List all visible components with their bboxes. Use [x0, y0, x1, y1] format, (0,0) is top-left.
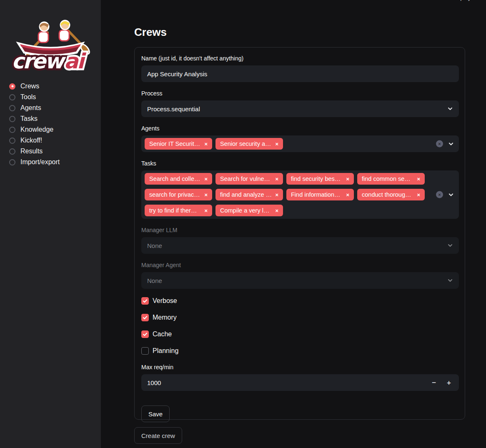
max-req-field-group: Max req/min 1000 − + [141, 364, 458, 391]
manager-agent-label: Manager Agent [141, 262, 458, 268]
tag-remove-icon[interactable]: × [275, 208, 278, 214]
checkbox-label: Cache [153, 330, 172, 338]
tag-remove-icon[interactable]: × [346, 176, 349, 182]
sidebar-item-import-export[interactable]: Import/export [9, 158, 93, 166]
chevron-down-icon[interactable] [448, 141, 454, 147]
manager-agent-select-value: None [147, 277, 162, 284]
agents-multiselect[interactable]: Senior IT Securit…×Senior security a…× × [141, 135, 459, 152]
radio-icon [9, 148, 15, 155]
main-content: Crews Name (just id, it doesn't affect a… [101, 0, 486, 448]
sidebar-item-label: Import/export [20, 158, 60, 166]
checkbox-unchecked-icon [141, 347, 149, 355]
process-select-value: Process.sequential [147, 105, 200, 113]
radio-selected-icon [9, 83, 15, 90]
tag-remove-icon[interactable]: × [275, 176, 278, 182]
agents-label: Agents [141, 125, 458, 132]
tag-remove-icon[interactable]: × [204, 176, 208, 182]
sidebar-item-knowledge[interactable]: Knowledge [9, 126, 93, 133]
selected-option-tag: conduct thoroug…× [357, 189, 425, 200]
tag-remove-icon[interactable]: × [204, 208, 208, 214]
checkbox-checked-icon [141, 297, 149, 305]
tag-remove-icon[interactable]: × [346, 192, 349, 198]
sidebar-item-label: Tools [20, 93, 36, 101]
tag-remove-icon[interactable]: × [275, 141, 278, 147]
sidebar-item-label: Kickoff! [20, 137, 42, 144]
increment-button[interactable]: + [445, 379, 453, 386]
checkbox-label: Planning [153, 347, 178, 355]
checkbox-checked-icon [141, 314, 149, 321]
sidebar-item-results[interactable]: Results [9, 148, 93, 155]
radio-icon [9, 138, 15, 144]
checkbox-label: Memory [153, 314, 177, 321]
name-label: Name (just id, it doesn't affect anythin… [141, 55, 458, 62]
page-title: Crews [134, 26, 167, 39]
tag-remove-icon[interactable]: × [417, 176, 420, 182]
selected-option-tag: find security bes…× [286, 173, 354, 185]
sidebar-item-agents[interactable]: Agents [9, 104, 93, 112]
radio-icon [9, 127, 15, 133]
tasks-tag-list: Search and colle…×Search for vulne…×find… [145, 173, 430, 216]
tag-remove-icon[interactable]: × [417, 192, 420, 198]
crew-form-card: Name (just id, it doesn't affect anythin… [134, 47, 465, 420]
selected-option-tag: try to find if ther…× [145, 205, 212, 216]
checkbox-checked-icon [141, 330, 149, 338]
sidebar-item-crews[interactable]: Crews [9, 83, 93, 90]
tasks-field-group: Tasks Search and colle…×Search for vulne… [141, 160, 458, 219]
number-stepper: − + [430, 379, 453, 386]
agents-tag-list: Senior IT Securit…×Senior security a…× [145, 138, 430, 150]
checkbox-row-verbose[interactable]: Verbose [141, 297, 458, 305]
sidebar-item-tasks[interactable]: Tasks [9, 115, 93, 123]
selected-option-tag: find and analyze …× [215, 189, 283, 200]
name-input[interactable]: App Security Analysis [141, 65, 459, 82]
save-button[interactable]: Save [141, 405, 170, 422]
selected-option-tag: Search for vulne…× [215, 173, 283, 185]
manager-llm-label: Manager LLM [141, 227, 458, 233]
tasks-multiselect-controls: × [436, 191, 454, 198]
tag-remove-icon[interactable]: × [204, 141, 208, 147]
tag-label: try to find if ther… [149, 207, 197, 214]
checkbox-row-cache[interactable]: Cache [141, 330, 458, 338]
clear-all-icon[interactable]: × [436, 191, 443, 198]
tag-label: Senior security a… [220, 140, 271, 147]
max-req-label: Max req/min [141, 364, 458, 370]
process-select[interactable]: Process.sequential [141, 100, 459, 117]
tag-label: Find information… [291, 191, 340, 198]
decrement-button[interactable]: − [430, 379, 438, 386]
radio-icon [9, 94, 15, 100]
svg-text:ai: ai [64, 49, 87, 72]
sidebar-item-label: Crews [20, 83, 39, 90]
sidebar-item-tools[interactable]: Tools [9, 93, 93, 101]
radio-icon [9, 159, 15, 165]
tag-label: find security bes… [291, 175, 341, 182]
sidebar-item-kickoff[interactable]: Kickoff! [9, 137, 93, 144]
manager-llm-select-value: None [147, 242, 162, 249]
selected-option-tag: Senior security a…× [215, 138, 283, 150]
selected-option-tag: Compile a very l…× [215, 205, 283, 216]
sidebar-item-label: Agents [20, 104, 41, 112]
clear-all-icon[interactable]: × [436, 140, 443, 148]
radio-icon [9, 105, 15, 111]
chevron-down-icon[interactable] [448, 192, 454, 198]
tasks-label: Tasks [141, 160, 458, 167]
tag-remove-icon[interactable]: × [275, 192, 278, 198]
crewai-logo: crew ai [11, 14, 90, 73]
checkbox-row-planning[interactable]: Planning [141, 347, 458, 355]
process-label: Process [141, 90, 458, 97]
agents-field-group: Agents Senior IT Securit…×Senior securit… [141, 125, 458, 152]
create-crew-button[interactable]: Create crew [134, 427, 182, 444]
selected-option-tag: Find information…× [286, 189, 354, 200]
selected-option-tag: search for privac…× [145, 189, 212, 200]
name-field-group: Name (just id, it doesn't affect anythin… [141, 55, 458, 82]
max-req-input[interactable]: 1000 − + [141, 374, 459, 391]
tasks-multiselect[interactable]: Search and colle…×Search for vulne…×find… [141, 170, 459, 219]
manager-agent-select: None [141, 272, 459, 289]
radio-icon [9, 116, 15, 122]
sidebar-item-label: Knowledge [20, 126, 53, 133]
max-req-value: 1000 [147, 379, 161, 386]
crewai-logo-image: crew ai [11, 14, 90, 72]
checkbox-row-memory[interactable]: Memory [141, 314, 458, 321]
selected-option-tag: find common se…× [357, 173, 425, 185]
sidebar-item-label: Results [20, 148, 43, 155]
tag-remove-icon[interactable]: × [204, 192, 208, 198]
selected-option-tag: Search and colle…× [145, 173, 212, 185]
